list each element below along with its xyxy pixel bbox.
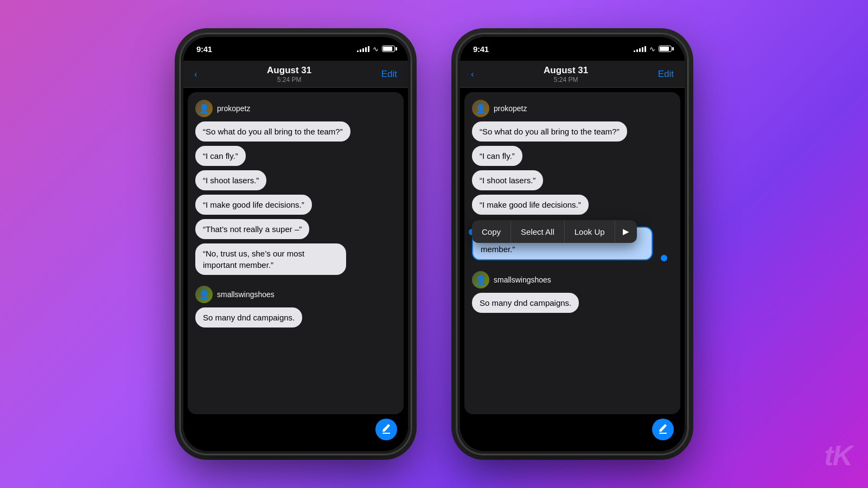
sender-header-small-right: smallswingshoes (472, 271, 673, 288)
message-bubble-right-1[interactable]: “I can fly.” (472, 146, 522, 166)
phone-frame-left: 9:41 ∿ ‹ (179, 33, 412, 455)
message-bubble-left-5[interactable]: “No, trust us, she’s our most important … (195, 243, 346, 275)
time-left: 9:41 (196, 44, 212, 54)
msg-row-right-1: “I can fly.” (472, 146, 673, 168)
phone-right: 9:41 ∿ ‹ (456, 33, 689, 455)
msg-row-right-3: “I make good life decisions.” (472, 195, 673, 217)
wifi-icon-left: ∿ (373, 45, 379, 53)
nav-title-right: August 31 5:24 PM (544, 65, 588, 84)
sender-header-prokopetz-right: prokopetz (472, 100, 673, 117)
message-bubble-right-2[interactable]: “I shoot lasers.” (472, 170, 543, 190)
context-menu: Copy Select All Look Up ▶ (472, 220, 637, 243)
msg-row-small-right-0: So many dnd campaigns. (472, 293, 673, 315)
battery-icon-left (382, 46, 395, 52)
msg-row-right-2: “I shoot lasers.” (472, 170, 673, 192)
signal-icon-right (634, 46, 646, 52)
phone-screen-right: 9:41 ∿ ‹ (460, 37, 685, 451)
messages-area-left: prokopetz “So what do you all bring to t… (183, 88, 408, 451)
signal-icon-left (357, 46, 369, 52)
edit-button-left[interactable]: Edit (381, 69, 397, 80)
sender-name-small-left: smallswingshoes (217, 290, 275, 299)
avatar-prokopetz-left (195, 100, 213, 117)
notch-left (258, 37, 334, 52)
avatar-prokopetz-right (472, 100, 489, 117)
msg-row-small-left-0: So many dnd campaigns. (195, 307, 396, 330)
watermark: tK (824, 439, 852, 472)
back-button-left[interactable]: ‹ (194, 69, 197, 80)
message-bubble-small-right-0[interactable]: So many dnd campaigns. (472, 293, 579, 313)
msg-row-left-1: “I can fly.” (195, 146, 396, 168)
sender-header-small-left: smallswingshoes (195, 286, 396, 303)
message-bubble-right-3[interactable]: “I make good life decisions.” (472, 195, 589, 215)
message-bubble-left-2[interactable]: “I shoot lasers.” (195, 170, 266, 190)
message-bubble-right-0[interactable]: “So what do you all bring to the team?” (472, 121, 627, 142)
nav-title-left: August 31 5:24 PM (267, 65, 311, 84)
phone-frame-right: 9:41 ∿ ‹ (456, 33, 689, 455)
sender-name-prokopetz-right: prokopetz (494, 104, 527, 113)
message-bubble-left-3[interactable]: “I make good life decisions.” (195, 195, 312, 215)
edit-button-right[interactable]: Edit (658, 69, 674, 80)
sender-name-prokopetz-left: prokopetz (217, 104, 250, 113)
sender-name-small-right: smallswingshoes (494, 275, 551, 284)
nav-bar-right: ‹ August 31 5:24 PM Edit (460, 61, 685, 88)
compose-button-right[interactable] (652, 419, 674, 440)
message-bubble-left-0[interactable]: “So what do you all bring to the team?” (195, 121, 350, 142)
msg-row-left-3: “I make good life decisions.” (195, 195, 396, 217)
compose-button-left[interactable] (375, 419, 397, 440)
battery-icon-right (659, 46, 672, 52)
status-icons-left: ∿ (357, 45, 395, 53)
wifi-icon-right: ∿ (649, 45, 655, 53)
avatar-smallswing-left (195, 286, 213, 303)
notch-right (534, 37, 610, 52)
phone-left: 9:41 ∿ ‹ (179, 33, 412, 455)
time-right: 9:41 (473, 44, 489, 54)
message-bubble-small-left-0[interactable]: So many dnd campaigns. (195, 307, 302, 328)
message-bubble-left-1[interactable]: “I can fly.” (195, 146, 246, 166)
context-menu-select-all[interactable]: Select All (511, 221, 565, 243)
msg-row-left-4: “That’s not really a super –” (195, 219, 396, 241)
back-button-right[interactable]: ‹ (471, 69, 474, 80)
context-menu-more[interactable]: ▶ (615, 220, 637, 243)
status-icons-right: ∿ (634, 45, 672, 53)
selection-handle-right (661, 255, 667, 261)
nav-bar-left: ‹ August 31 5:24 PM Edit (183, 61, 408, 88)
context-menu-copy[interactable]: Copy (472, 221, 511, 243)
msg-row-left-2: “I shoot lasers.” (195, 170, 396, 192)
msg-row-left-5: “No, trust us, she’s our most important … (195, 243, 396, 277)
msg-row-right-0: “So what do you all bring to the team?” (472, 121, 673, 144)
avatar-smallswing-right (472, 271, 489, 288)
phone-screen-left: 9:41 ∿ ‹ (183, 37, 408, 451)
msg-row-left-0: “So what do you all bring to the team?” (195, 121, 396, 144)
sender-header-prokopetz-left: prokopetz (195, 100, 396, 117)
context-menu-look-up[interactable]: Look Up (565, 221, 615, 243)
message-bubble-left-4[interactable]: “That’s not really a super –” (195, 219, 309, 239)
messages-area-right: prokopetz “So what do you all bring to t… (460, 88, 685, 451)
